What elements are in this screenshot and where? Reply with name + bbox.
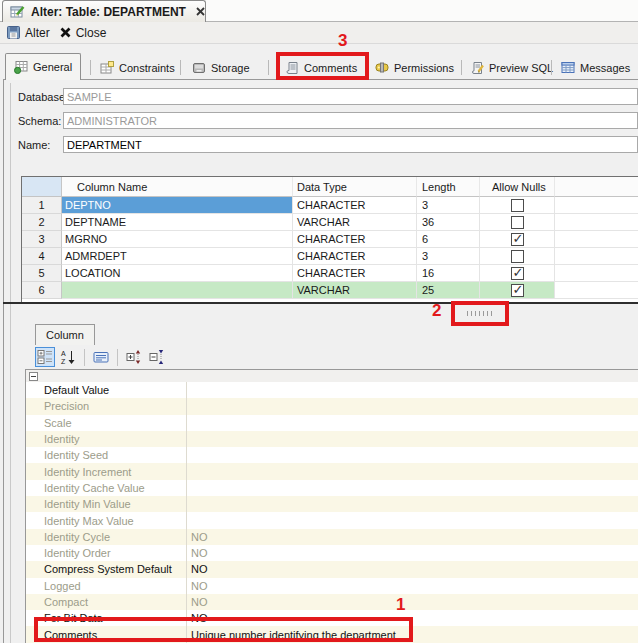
tab-general[interactable]: General (5, 53, 81, 80)
schema-label: Schema: (18, 115, 64, 127)
splitter-grip-handle[interactable] (458, 305, 502, 321)
property-name: Comments (26, 626, 187, 642)
property-pane-toolbar: A Z (35, 346, 167, 368)
close-button[interactable]: Close (60, 26, 107, 40)
property-value[interactable]: NO (187, 612, 638, 624)
row-number[interactable]: 4 (22, 248, 62, 265)
alter-button[interactable]: Alter (7, 26, 50, 40)
page-title: Alter: Table: DEPARTMENT (31, 5, 186, 19)
allow-nulls-checkbox[interactable] (511, 284, 524, 297)
cell-length[interactable]: 3 (417, 197, 480, 214)
column-properties-grid: Default Value Precision Scale Identity I… (25, 369, 638, 643)
property-row[interactable]: For Bit DataNO (26, 610, 638, 626)
categorized-view-icon[interactable] (35, 347, 55, 367)
tab-storage[interactable]: Storage (188, 57, 254, 78)
cell-data-type[interactable]: CHARACTER (293, 231, 417, 248)
row-number[interactable]: 5 (22, 265, 62, 282)
horizontal-splitter[interactable] (3, 302, 638, 304)
property-value: NO (187, 547, 638, 559)
cell-allow-nulls (480, 197, 555, 214)
cell-length[interactable]: 36 (417, 214, 480, 231)
tab-column[interactable]: Column (35, 324, 95, 345)
tab-constraints[interactable]: Constraints (96, 57, 179, 78)
cell-filler (555, 248, 638, 265)
property-row[interactable]: Identity Cache Value (26, 480, 638, 496)
header-length[interactable]: Length (417, 177, 480, 197)
property-name: Default Value (26, 382, 187, 398)
property-name: Logged (26, 578, 187, 594)
property-row[interactable]: Precision (26, 398, 638, 414)
cell-length[interactable]: 25 (417, 282, 480, 299)
tab-preview-sql[interactable]: Preview SQL (467, 57, 557, 78)
allow-nulls-checkbox[interactable] (511, 216, 524, 229)
property-value[interactable]: NO (187, 563, 638, 575)
property-row[interactable]: CompactNO (26, 594, 638, 610)
header-filler (555, 177, 638, 197)
tab-comments[interactable]: Comments (282, 57, 361, 78)
preview-sql-icon (471, 61, 484, 75)
cell-data-type[interactable]: VARCHAR (293, 282, 417, 299)
main-toolbar: Alter Close (0, 22, 638, 44)
property-name: For Bit Data (26, 610, 187, 626)
property-row[interactable]: Identity CycleNO (26, 529, 638, 545)
property-name: Identity Min Value (26, 496, 187, 512)
header-data-type[interactable]: Data Type (293, 177, 417, 197)
cell-length[interactable]: 3 (417, 248, 480, 265)
property-value[interactable]: Unique number identifying the department (187, 629, 638, 641)
row-number[interactable]: 6 (22, 282, 62, 299)
cell-length[interactable]: 16 (417, 265, 480, 282)
tab-separator (180, 60, 181, 75)
cell-data-type[interactable]: CHARACTER (293, 197, 417, 214)
svg-text:A: A (61, 350, 66, 357)
row-number[interactable]: 3 (22, 231, 62, 248)
property-row[interactable]: Identity Seed (26, 447, 638, 463)
property-row[interactable]: Identity Increment (26, 463, 638, 479)
name-label: Name: (18, 139, 64, 151)
schema-field (63, 112, 638, 129)
allow-nulls-checkbox[interactable] (511, 199, 524, 212)
property-name: Identity (26, 431, 187, 447)
cell-column-name[interactable] (62, 282, 293, 299)
cell-column-name[interactable]: ADMRDEPT (62, 248, 293, 265)
cell-data-type[interactable]: CHARACTER (293, 265, 417, 282)
close-button-label: Close (76, 26, 107, 40)
cell-column-name[interactable]: DEPTNO (62, 197, 293, 214)
collapse-expander-icon[interactable] (29, 372, 38, 381)
property-row[interactable]: LoggedNO (26, 578, 638, 594)
header-allow-nulls[interactable]: Allow Nulls (480, 177, 555, 197)
header-column-name[interactable]: Column Name (62, 177, 293, 197)
panel-divider (10, 83, 11, 643)
property-row[interactable]: Scale (26, 415, 638, 431)
row-number[interactable]: 1 (22, 197, 62, 214)
cell-column-name[interactable]: LOCATION (62, 265, 293, 282)
header-corner-cell[interactable] (22, 177, 62, 197)
cell-data-type[interactable]: VARCHAR (293, 214, 417, 231)
property-row[interactable]: Compress System DefaultNO (26, 561, 638, 577)
allow-nulls-checkbox[interactable] (511, 233, 524, 246)
property-row-comments[interactable]: CommentsUnique number identifying the de… (26, 626, 638, 642)
row-number[interactable]: 2 (22, 214, 62, 231)
allow-nulls-checkbox[interactable] (511, 250, 524, 263)
property-pages-icon[interactable] (91, 347, 111, 367)
cell-data-type[interactable]: CHARACTER (293, 248, 417, 265)
close-icon[interactable] (196, 7, 205, 16)
sort-az-icon[interactable]: A Z (58, 347, 78, 367)
property-row[interactable]: Identity OrderNO (26, 545, 638, 561)
tab-permissions[interactable]: Permissions (371, 57, 458, 78)
cell-column-name[interactable]: MGRNO (62, 231, 293, 248)
collapse-all-icon[interactable] (147, 347, 167, 367)
expand-all-icon[interactable] (124, 347, 144, 367)
tab-messages[interactable]: Messages (557, 57, 634, 78)
property-row[interactable]: Identity Min Value (26, 496, 638, 512)
cell-column-name[interactable]: DEPTNAME (62, 214, 293, 231)
tab-column-label: Column (46, 329, 84, 341)
cell-length[interactable]: 6 (417, 231, 480, 248)
allow-nulls-checkbox[interactable] (511, 267, 524, 280)
document-tab-alter-table[interactable]: Alter: Table: DEPARTMENT (2, 0, 206, 22)
property-row[interactable]: Identity Max Value (26, 512, 638, 528)
property-row[interactable]: Default Value (26, 382, 638, 398)
property-row[interactable]: Identity (26, 431, 638, 447)
property-name: Compact (26, 594, 187, 610)
cell-filler (555, 265, 638, 282)
name-field[interactable] (63, 136, 638, 153)
